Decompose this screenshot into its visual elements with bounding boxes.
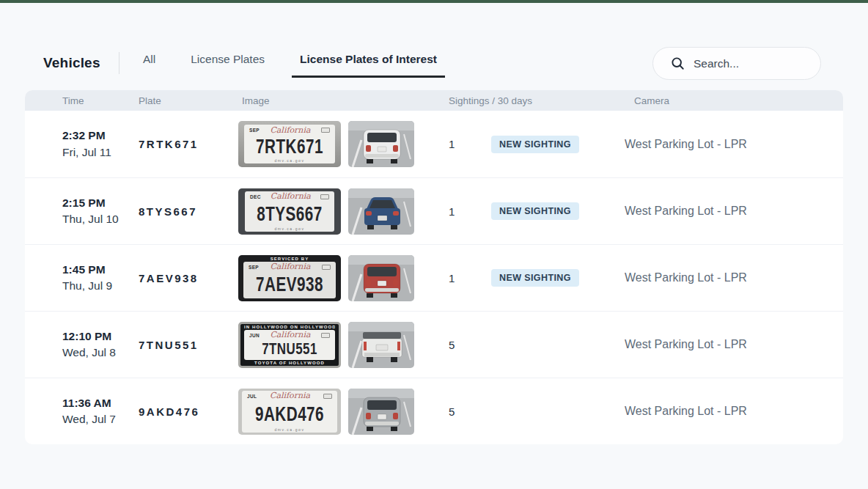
- sighting-time: 12:10 PM: [62, 328, 139, 345]
- sightings-count: 1: [449, 138, 491, 150]
- sightings-count: 1: [449, 272, 491, 284]
- page-title: Vehicles: [43, 55, 100, 71]
- plate-photo[interactable]: SEPCalifornia7RTK671dmv.ca.gov: [238, 121, 341, 167]
- camera-name: West Parking Lot - LPR: [623, 138, 843, 151]
- plate-face: DECCalifornia8TYS667dmv.ca.gov: [245, 191, 334, 232]
- camera-name: West Parking Lot - LPR: [623, 271, 843, 284]
- vehicle-photo[interactable]: [348, 322, 414, 368]
- sightings-count: 1: [449, 205, 491, 218]
- plate-number: 8TYS667: [139, 205, 238, 218]
- plate-photo-number: 9AKD476: [249, 397, 329, 430]
- plate-number: 7RTK671: [139, 138, 238, 150]
- sighting-date: Fri, Jul 11: [62, 144, 139, 161]
- plate-photo[interactable]: JULCalifornia9AKD476dmv.ca.gov: [238, 389, 341, 435]
- sighting-time: 2:15 PM: [62, 195, 139, 211]
- header: Vehicles AllLicense PlatesLicense Plates…: [0, 3, 868, 90]
- sighting-time: 1:45 PM: [62, 262, 139, 278]
- image-cell: IN HOLLYWOOD ON HOLLYWOODJUNCalifornia7T…: [238, 322, 449, 368]
- tab-all[interactable]: All: [135, 48, 163, 78]
- vehicle-photo[interactable]: [348, 389, 414, 435]
- sightings-cell: 1NEW SIGHTING: [449, 136, 623, 153]
- table-row[interactable]: 11:36 AMWed, Jul 79AKD476JULCalifornia9A…: [25, 378, 843, 444]
- sighting-date: Wed, Jul 7: [62, 411, 139, 427]
- image-cell: DECCalifornia8TYS667dmv.ca.gov: [238, 188, 449, 235]
- camera-name: West Parking Lot - LPR: [623, 338, 843, 351]
- search-box[interactable]: [652, 47, 821, 80]
- sighting-date: Wed, Jul 8: [62, 345, 139, 361]
- sighting-date: Thu, Jul 9: [62, 278, 139, 294]
- sightings-cell: 1NEW SIGHTING: [449, 269, 623, 287]
- plate-face: JULCalifornia9AKD476dmv.ca.gov: [242, 391, 337, 433]
- plate-number: 7AEV938: [139, 272, 238, 284]
- sighting-time-cell: 12:10 PMWed, Jul 8: [62, 328, 139, 361]
- new-sighting-badge: NEW SIGHTING: [491, 136, 579, 153]
- plate-face: SEPCalifornia7RTK671dmv.ca.gov: [244, 125, 335, 163]
- vehicle-photo[interactable]: [348, 255, 414, 301]
- tab-license-plates-of-interest[interactable]: License Plates of Interest: [292, 48, 445, 78]
- tabs: AllLicense PlatesLicense Plates of Inter…: [135, 48, 445, 78]
- plate-photo-number: 7AEV938: [251, 268, 328, 301]
- new-sighting-badge: NEW SIGHTING: [491, 202, 579, 220]
- vehicles-table: TimePlateImageSightings / 30 daysCamera …: [25, 90, 843, 444]
- search-icon: [671, 56, 685, 70]
- table-header: TimePlateImageSightings / 30 daysCamera: [25, 90, 843, 111]
- table-row[interactable]: 2:15 PMThu, Jul 108TYS667DECCalifornia8T…: [25, 177, 843, 244]
- sightings-cell: 5: [449, 405, 623, 418]
- title-divider: [119, 52, 119, 74]
- plate-photo[interactable]: DECCalifornia8TYS667dmv.ca.gov: [238, 188, 341, 235]
- plate-photo[interactable]: SERVICED BYSEPCalifornia7AEV938: [238, 255, 341, 301]
- camera-name: West Parking Lot - LPR: [623, 405, 843, 418]
- plate-number: 9AKD476: [139, 405, 238, 418]
- vehicle-photo[interactable]: [348, 188, 414, 235]
- column-header-sightings-30-days: Sightings / 30 days: [449, 95, 623, 106]
- sighting-time-cell: 1:45 PMThu, Jul 9: [62, 262, 139, 295]
- tab-license-plates[interactable]: License Plates: [183, 48, 273, 78]
- search-input[interactable]: [694, 57, 803, 70]
- column-header-plate: Plate: [139, 95, 238, 106]
- sighting-time-cell: 11:36 AMWed, Jul 7: [62, 395, 139, 428]
- plate-frame-top-text: IN HOLLYWOOD ON HOLLYWOOD: [244, 324, 335, 330]
- plate-photo-number: 8TYS667: [252, 198, 327, 229]
- sightings-count: 5: [449, 339, 491, 351]
- sighting-time-cell: 2:32 PMFri, Jul 11: [62, 128, 139, 161]
- column-header-image: Image: [238, 95, 449, 106]
- table-body: 2:32 PMFri, Jul 117RTK671SEPCalifornia7R…: [25, 111, 843, 444]
- plate-frame-top-text: SERVICED BY: [243, 256, 336, 262]
- image-cell: SERVICED BYSEPCalifornia7AEV938: [238, 255, 449, 301]
- plate-face: JUNCalifornia7TNU551: [244, 330, 335, 360]
- sighting-time-cell: 2:15 PMThu, Jul 10: [62, 195, 139, 228]
- plate-photo[interactable]: IN HOLLYWOOD ON HOLLYWOODJUNCalifornia7T…: [238, 322, 341, 368]
- page: Vehicles AllLicense PlatesLicense Plates…: [0, 0, 868, 489]
- table-row[interactable]: 12:10 PMWed, Jul 87TNU551IN HOLLYWOOD ON…: [25, 311, 843, 378]
- plate-face: SEPCalifornia7AEV938: [243, 262, 336, 298]
- column-header-camera: Camera: [623, 95, 843, 106]
- new-sighting-badge: NEW SIGHTING: [491, 269, 579, 287]
- sighting-time: 2:32 PM: [62, 128, 139, 144]
- sighting-date: Thu, Jul 10: [62, 211, 139, 227]
- image-cell: SEPCalifornia7RTK671dmv.ca.gov: [238, 121, 449, 167]
- sightings-cell: 5: [449, 339, 623, 351]
- sighting-time: 11:36 AM: [62, 395, 139, 411]
- camera-name: West Parking Lot - LPR: [623, 205, 843, 218]
- table-row[interactable]: 2:32 PMFri, Jul 117RTK671SEPCalifornia7R…: [25, 111, 843, 177]
- image-cell: JULCalifornia9AKD476dmv.ca.gov: [238, 389, 449, 435]
- vehicle-photo[interactable]: [348, 121, 414, 167]
- plate-number: 7TNU551: [139, 339, 238, 351]
- sightings-cell: 1NEW SIGHTING: [449, 202, 623, 220]
- plate-photo-number: 7RTK671: [251, 131, 327, 161]
- table-row[interactable]: 1:45 PMThu, Jul 97AEV938SERVICED BYSEPCa…: [25, 244, 843, 311]
- sightings-count: 5: [449, 405, 491, 418]
- plate-photo-number: 7TNU551: [251, 337, 327, 361]
- column-header-time: Time: [62, 95, 139, 106]
